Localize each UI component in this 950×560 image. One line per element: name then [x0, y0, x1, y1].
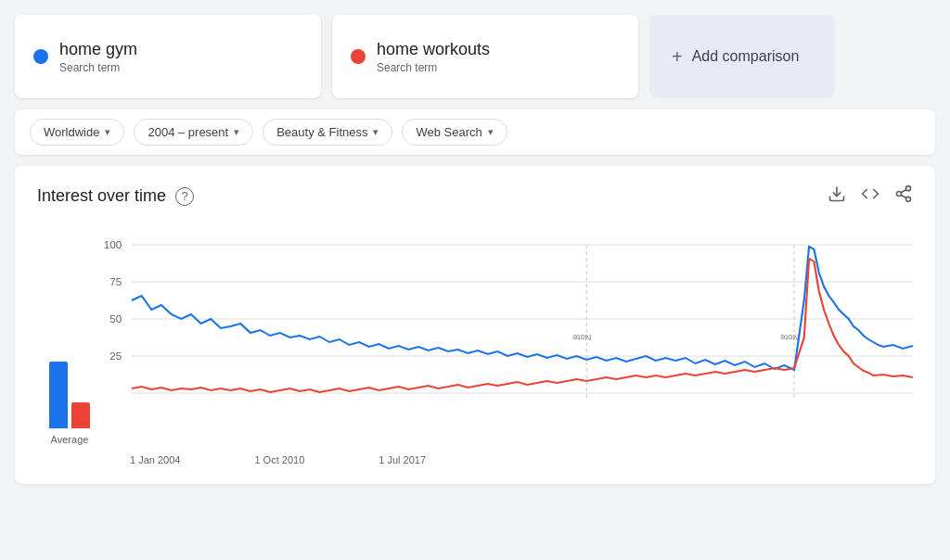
filter-timerange-label: 2004 – present	[148, 125, 228, 139]
add-comparison-button[interactable]: + Add comparison	[649, 15, 835, 98]
avg-bar-red	[71, 402, 90, 428]
filters-bar: Worldwide ▾ 2004 – present ▾ Beauty & Fi…	[15, 109, 935, 155]
red-trend-line	[132, 259, 913, 392]
filter-searchtype[interactable]: Web Search ▾	[402, 119, 507, 146]
average-column: Average	[37, 354, 102, 465]
x-label-2: 1 Oct 2010	[254, 454, 304, 465]
chevron-down-icon-2: ▾	[234, 126, 239, 138]
filter-timerange[interactable]: 2004 – present ▾	[134, 119, 253, 146]
svg-point-3	[906, 197, 911, 201]
x-label-1: 1 Jan 2004	[130, 454, 180, 465]
average-label: Average	[51, 434, 89, 445]
chart-title-area: Interest over time ?	[37, 186, 194, 206]
term-type-2: Search term	[377, 61, 490, 74]
avg-bar-blue	[49, 362, 68, 428]
filter-region-label: Worldwide	[44, 125, 99, 139]
main-chart: 100 75 50 25 Note Note 1 Jan 200	[102, 226, 913, 465]
add-comparison-label: Add comparison	[692, 48, 800, 65]
chevron-down-icon: ▾	[105, 126, 110, 138]
chart-section: Interest over time ?	[15, 166, 935, 484]
x-label-3: 1 Jul 2017	[379, 454, 426, 465]
svg-text:25: 25	[109, 350, 122, 362]
term-type-1: Search term	[59, 61, 137, 74]
term-info-2: home workouts Search term	[377, 40, 490, 74]
filter-region[interactable]: Worldwide ▾	[30, 119, 124, 146]
download-icon[interactable]	[828, 185, 846, 208]
average-bars	[49, 354, 90, 428]
plus-icon: +	[672, 46, 683, 68]
svg-text:50: 50	[109, 313, 122, 325]
svg-text:100: 100	[104, 239, 122, 250]
chart-header: Interest over time ?	[37, 185, 913, 208]
embed-icon[interactable]	[861, 185, 879, 208]
trend-chart-svg: 100 75 50 25 Note Note	[102, 226, 913, 449]
chart-svg-wrapper: 100 75 50 25 Note Note 1 Jan 200	[102, 226, 913, 465]
svg-line-4	[901, 195, 906, 197]
term-name-2: home workouts	[377, 40, 490, 59]
term-name-1: home gym	[59, 40, 137, 59]
term-info-1: home gym Search term	[59, 40, 137, 74]
chart-title: Interest over time	[37, 186, 166, 206]
chart-actions	[828, 185, 913, 208]
term-card-1: home gym Search term	[15, 15, 321, 98]
chevron-down-icon-3: ▾	[373, 126, 379, 138]
filter-category-label: Beauty & Fitness	[276, 125, 367, 139]
svg-text:75: 75	[109, 276, 122, 287]
x-axis-labels: 1 Jan 2004 1 Oct 2010 1 Jul 2017	[102, 452, 913, 465]
share-icon[interactable]	[894, 185, 913, 208]
svg-point-1	[906, 186, 911, 191]
filter-category[interactable]: Beauty & Fitness ▾	[263, 119, 392, 146]
svg-text:Note: Note	[780, 333, 799, 342]
chart-area: Average 100 75 50 25	[37, 226, 913, 465]
svg-line-5	[901, 189, 906, 192]
term-dot-1	[33, 49, 48, 64]
blue-trend-line	[132, 247, 913, 370]
term-card-2: home workouts Search term	[332, 15, 638, 98]
filter-searchtype-label: Web Search	[416, 125, 481, 139]
term-dot-2	[351, 49, 366, 64]
svg-text:Note: Note	[572, 333, 591, 342]
chevron-down-icon-4: ▾	[488, 126, 494, 138]
svg-point-2	[897, 192, 902, 197]
help-icon[interactable]: ?	[175, 187, 194, 206]
top-section: home gym Search term home workouts Searc…	[0, 0, 950, 98]
